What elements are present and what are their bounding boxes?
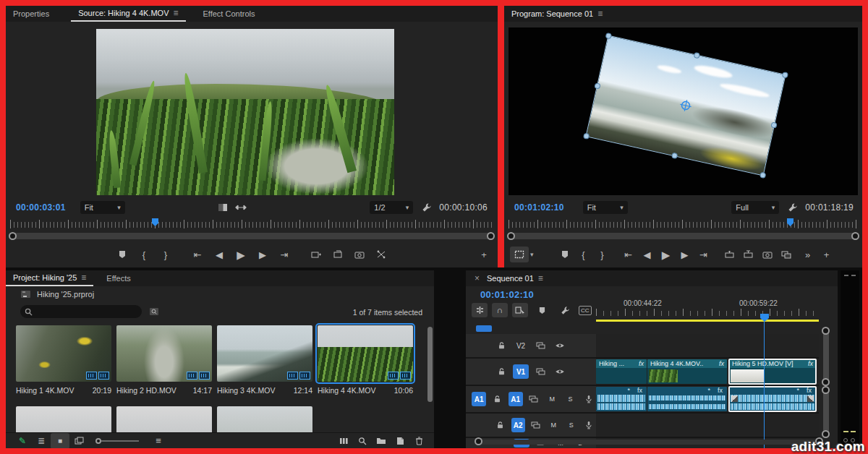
go-to-in-icon[interactable]: ⇤	[619, 247, 638, 262]
timeline-clip-3-selected[interactable]: Hiking 5 HD.MOV [V]fx	[729, 359, 816, 384]
sync-lock-icon[interactable]	[532, 338, 548, 353]
audio-tracks-scrollbar[interactable]	[823, 389, 829, 435]
nest-insert-toggle-icon[interactable]	[472, 303, 488, 317]
freeform-view-icon[interactable]	[69, 433, 88, 449]
play-icon[interactable]: ▶	[657, 247, 676, 262]
new-item-icon[interactable]	[391, 433, 409, 449]
panel-menu-icon[interactable]: ≡	[173, 8, 178, 18]
bin-item-3[interactable]: Hiking 3 4K.MOV12:14	[217, 325, 312, 395]
track-lane-v2[interactable]	[596, 334, 819, 357]
clip-thumbnail[interactable]	[217, 325, 312, 382]
sort-icon[interactable]: ≡	[149, 433, 168, 449]
mark-out-icon[interactable]: }	[156, 247, 175, 262]
tab-program[interactable]: Program: Sequence 01 ≡	[504, 6, 610, 22]
fx-badge[interactable]: fx	[807, 387, 812, 394]
track-output-eye-icon[interactable]	[552, 364, 568, 379]
tab-properties[interactable]: Properties	[6, 6, 56, 22]
more-buttons-icon[interactable]: »	[799, 247, 817, 262]
go-to-in-icon[interactable]: ⇤	[188, 247, 207, 262]
clip-thumbnail[interactable]	[16, 325, 111, 382]
clip-thumbnail[interactable]	[217, 406, 312, 434]
solo-button[interactable]: S	[564, 418, 579, 432]
track-output-eye-icon[interactable]	[552, 338, 568, 353]
edit-pen-icon[interactable]: ✎	[13, 433, 32, 449]
track-target-a1[interactable]: A1	[509, 392, 523, 406]
track-lane-v1[interactable]: Hiking ...fx Hiking 4 4K.MOV..fx Hiking …	[596, 359, 819, 385]
export-frame-icon[interactable]	[758, 247, 777, 262]
fx-badge[interactable]: fx	[637, 387, 642, 394]
program-zoom-scrollbar[interactable]	[509, 233, 858, 239]
mute-button[interactable]: M	[547, 418, 561, 432]
captions-cc-icon[interactable]: CC	[579, 306, 592, 315]
fx-badge[interactable]: fx	[808, 360, 813, 367]
zoom-slider-track[interactable]	[101, 440, 139, 442]
lock-icon[interactable]	[490, 392, 504, 406]
tab-sequence[interactable]: Sequence 01 ≡	[480, 270, 550, 286]
transform-handle-tr[interactable]	[782, 72, 789, 79]
scroll-handle-right[interactable]	[851, 232, 859, 240]
overwrite-icon[interactable]	[328, 247, 347, 262]
track-target-v2[interactable]: V2	[513, 338, 529, 353]
transform-handle-bc[interactable]	[671, 153, 678, 160]
snap-magnet-icon[interactable]: ∩	[492, 303, 508, 317]
fx-badge[interactable]: fx	[718, 387, 723, 394]
track-lane-a1[interactable]: *fx *fx *fx	[596, 386, 819, 412]
automate-sequence-icon[interactable]	[334, 433, 353, 449]
transform-handle-tl[interactable]	[605, 33, 613, 40]
sync-lock-icon[interactable]	[532, 364, 548, 379]
voiceover-mic-icon[interactable]	[582, 418, 597, 432]
program-zoom-select[interactable]: Fit▾	[583, 201, 628, 214]
clip-thumbnail[interactable]	[16, 406, 111, 434]
source-zoom-select[interactable]: Fit▾	[80, 201, 125, 214]
step-forward-icon[interactable]: ▶	[253, 247, 272, 262]
fx-badge[interactable]: fx	[639, 360, 644, 367]
fade-handle-right[interactable]	[807, 395, 814, 402]
find-icon[interactable]	[353, 433, 372, 449]
close-tab-icon[interactable]: ×	[475, 273, 480, 283]
track-target-v1[interactable]: V1	[513, 364, 529, 379]
fade-handle-left[interactable]	[731, 395, 738, 402]
track-target-a2[interactable]: A2	[511, 418, 526, 432]
bin-item-4-selected[interactable]: Hiking 4 4K.MOV10:06	[318, 325, 413, 395]
timeline-settings-wrench-icon[interactable]	[556, 302, 574, 318]
project-breadcrumb[interactable]: Hiking '25.prproj	[20, 290, 94, 299]
transform-tool-icon[interactable]	[510, 247, 529, 262]
search-box[interactable]	[20, 305, 142, 318]
scroll-handle-left[interactable]	[9, 232, 17, 240]
hscroll-indicator[interactable]	[476, 325, 492, 332]
go-to-out-icon[interactable]: ⇥	[694, 247, 713, 262]
delete-trash-icon[interactable]	[409, 433, 428, 449]
lock-icon[interactable]	[493, 364, 509, 379]
add-marker-icon[interactable]	[113, 247, 132, 262]
timeline-hscrollbar[interactable]	[476, 440, 822, 445]
solo-button[interactable]: S	[563, 392, 577, 406]
step-back-icon[interactable]: ◀	[638, 247, 657, 262]
transformed-clip[interactable]	[587, 36, 786, 176]
settings-wrench-icon[interactable]	[788, 202, 798, 213]
lock-icon[interactable]	[493, 418, 508, 432]
insert-icon[interactable]	[307, 247, 326, 262]
audio-clip-3-selected[interactable]: *fx	[729, 387, 816, 411]
add-button-icon[interactable]: +	[817, 247, 836, 262]
go-to-out-icon[interactable]: ⇥	[275, 247, 294, 262]
clip-thumbnail[interactable]	[116, 406, 212, 434]
source-video-frame[interactable]	[96, 29, 394, 195]
anchor-point[interactable]	[678, 98, 692, 112]
voiceover-mic-icon[interactable]	[582, 392, 596, 406]
audio-clip-1[interactable]: *fx	[596, 387, 647, 411]
sync-lock-icon[interactable]	[527, 392, 541, 406]
mark-in-icon[interactable]: {	[135, 247, 153, 262]
search-bin-icon[interactable]	[149, 307, 159, 316]
source-zoom-scrollbar[interactable]	[10, 233, 493, 239]
extract-icon[interactable]	[739, 247, 758, 262]
lift-icon[interactable]	[720, 247, 739, 262]
scroll-handle-left[interactable]	[507, 232, 515, 240]
transform-handle-br[interactable]	[760, 172, 767, 179]
clip-thumbnail[interactable]	[116, 325, 212, 382]
track-lane-a2[interactable]	[596, 414, 819, 437]
step-back-icon[interactable]: ◀	[210, 247, 229, 262]
audio-clip-2[interactable]: *fx	[647, 387, 727, 411]
tab-source[interactable]: Source: Hiking 4 4K.MOV ≡	[71, 6, 185, 22]
mute-button[interactable]: M	[545, 392, 559, 406]
add-marker-icon[interactable]	[556, 247, 574, 262]
